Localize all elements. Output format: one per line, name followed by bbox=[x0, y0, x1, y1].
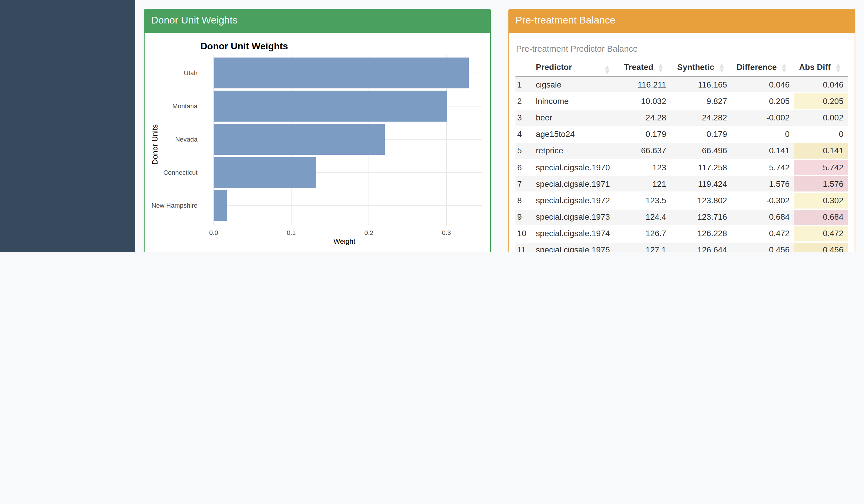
svg-text:New Hampshire: New Hampshire bbox=[152, 202, 198, 209]
svg-text:Donor Units: Donor Units bbox=[151, 124, 159, 164]
svg-text:0.2: 0.2 bbox=[364, 229, 373, 236]
svg-text:0.1: 0.1 bbox=[287, 229, 296, 236]
svg-text:Utah: Utah bbox=[184, 69, 197, 77]
svg-text:Donor Unit Weights: Donor Unit Weights bbox=[201, 41, 288, 51]
svg-text:0.3: 0.3 bbox=[442, 229, 451, 236]
svg-text:Connecticut: Connecticut bbox=[164, 169, 197, 176]
svg-text:0.0: 0.0 bbox=[209, 229, 218, 236]
svg-text:Nevada: Nevada bbox=[175, 136, 198, 143]
svg-text:Weight: Weight bbox=[334, 237, 356, 245]
svg-text:Montana: Montana bbox=[172, 102, 197, 110]
